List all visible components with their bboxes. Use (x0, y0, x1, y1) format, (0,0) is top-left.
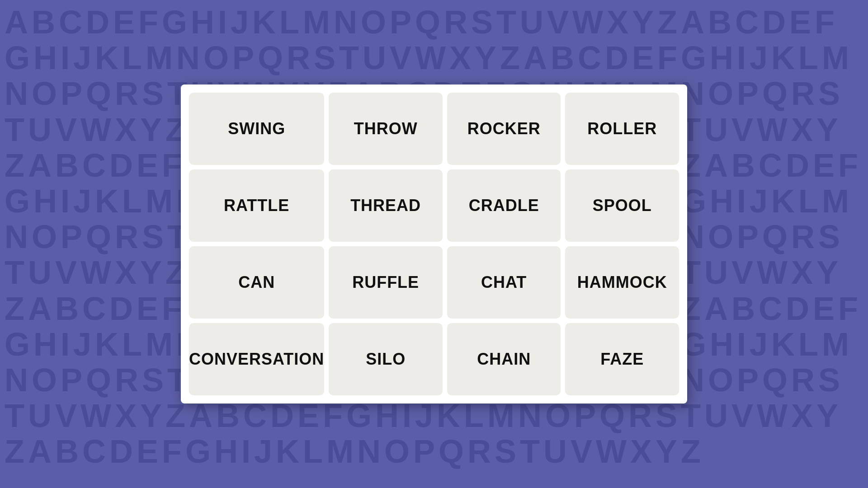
word-label-faze: FAZE (600, 350, 644, 369)
word-card-swing[interactable]: SWING (189, 93, 324, 165)
word-card-silo[interactable]: SILO (329, 323, 443, 395)
word-label-hammock: HAMMOCK (577, 273, 667, 292)
word-card-can[interactable]: CAN (189, 246, 324, 319)
word-label-can: CAN (238, 273, 275, 292)
word-label-chain: CHAIN (477, 350, 531, 369)
word-card-chain[interactable]: CHAIN (447, 323, 561, 395)
word-card-faze[interactable]: FAZE (565, 323, 679, 395)
word-label-throw: THROW (354, 119, 418, 138)
word-card-throw[interactable]: THROW (329, 93, 443, 165)
word-label-cradle: CRADLE (469, 196, 539, 215)
word-label-chat: CHAT (481, 273, 527, 292)
word-label-roller: ROLLER (587, 119, 657, 138)
word-card-cradle[interactable]: CRADLE (447, 169, 561, 242)
word-card-ruffle[interactable]: RUFFLE (329, 246, 443, 319)
word-card-roller[interactable]: ROLLER (565, 93, 679, 165)
word-label-rocker: ROCKER (467, 119, 541, 138)
word-card-conversation[interactable]: CONVERSATION (189, 323, 324, 395)
word-card-spool[interactable]: SPOOL (565, 169, 679, 242)
card-panel: SWINGTHROWROCKERROLLERRATTLETHREADCRADLE… (181, 84, 687, 404)
word-card-rattle[interactable]: RATTLE (189, 169, 324, 242)
word-card-hammock[interactable]: HAMMOCK (565, 246, 679, 319)
word-label-rattle: RATTLE (224, 196, 289, 215)
word-label-spool: SPOOL (593, 196, 652, 215)
word-card-chat[interactable]: CHAT (447, 246, 561, 319)
word-card-rocker[interactable]: ROCKER (447, 93, 561, 165)
word-card-thread[interactable]: THREAD (329, 169, 443, 242)
word-grid: SWINGTHROWROCKERROLLERRATTLETHREADCRADLE… (189, 93, 679, 395)
word-label-conversation: CONVERSATION (189, 350, 324, 369)
word-label-swing: SWING (228, 119, 285, 138)
word-label-silo: SILO (366, 350, 406, 369)
word-label-ruffle: RUFFLE (352, 273, 419, 292)
word-label-thread: THREAD (350, 196, 421, 215)
